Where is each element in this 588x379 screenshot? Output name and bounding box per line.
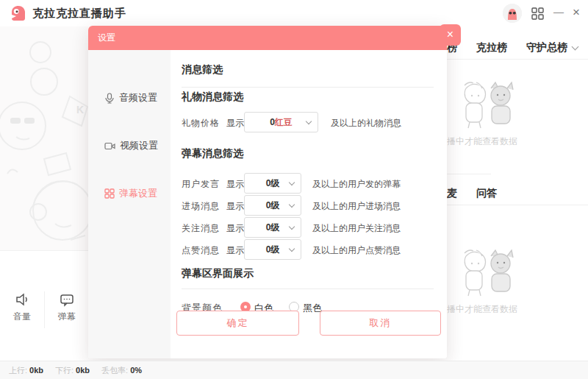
show-label: 显示 <box>226 222 244 235</box>
user-avatar[interactable] <box>503 4 522 23</box>
chevron-down-icon <box>289 246 295 252</box>
grid-icon <box>104 188 115 199</box>
dropdown-value-unit: 红豆 <box>275 116 293 129</box>
settings-nav: 音频设置 视频设置 弹幕设置 <box>88 50 171 358</box>
camera-icon <box>104 141 115 151</box>
ranking-tabs: 榜 克拉榜 守护总榜 <box>447 37 588 59</box>
section-gift-filter: 礼物消息筛选 <box>182 91 243 104</box>
chevron-down-icon <box>289 180 295 185</box>
microphone-icon <box>104 93 115 104</box>
danmaku-icon <box>59 291 75 308</box>
nav-label: 视频设置 <box>120 139 158 152</box>
row-suffix: 及以上的用户进场消息 <box>312 200 401 213</box>
user-chat-row: 用户发言 显示 0级 及以上的用户发的弹幕 <box>171 173 447 194</box>
nav-label: 弹幕设置 <box>119 187 157 200</box>
show-label: 显示 <box>226 117 244 130</box>
confirm-button[interactable]: 确定 <box>176 311 299 336</box>
dropdown-value: 0级 <box>266 222 280 234</box>
danmaku-button[interactable]: 弹幕 <box>44 291 88 328</box>
video-preview-placeholder: K <box>0 26 88 251</box>
window-close-button[interactable]: × <box>569 2 584 23</box>
section-danmaku-filter: 弹幕消息筛选 <box>182 147 243 160</box>
tab-mic-partial[interactable]: 麦 <box>447 187 457 200</box>
right-panel: 榜 克拉榜 守护总榜 播中 <box>447 26 588 361</box>
svg-text:K: K <box>76 104 84 116</box>
show-label: 显示 <box>226 200 244 213</box>
dropdown-value: 0级 <box>266 199 280 212</box>
nav-label: 音频设置 <box>119 91 157 105</box>
danmaku-label: 弹幕 <box>58 311 76 323</box>
empty-text: 播中才能查看数据 <box>447 303 588 316</box>
row-label: 进场消息 <box>182 200 220 213</box>
modal-title: 设置 <box>98 32 115 44</box>
app-logo-icon <box>9 4 26 22</box>
row-label: 关注消息 <box>182 222 220 235</box>
settings-content: 消息筛选 礼物消息筛选 礼物价格 显示 0红豆 及以上的礼物消息 弹幕消息筛选 … <box>171 50 447 358</box>
empty-state-bottom: 播中才能查看数据 <box>447 247 588 316</box>
interaction-tabs: 麦 问答 <box>447 183 588 205</box>
dropdown-value: 0级 <box>266 177 280 190</box>
upload-rate: 上行:0kb <box>9 365 43 376</box>
apps-grid-icon[interactable] <box>531 7 544 20</box>
cancel-button[interactable]: 取消 <box>320 311 441 336</box>
chevron-down-icon <box>572 43 579 50</box>
row-label: 用户发言 <box>182 178 220 191</box>
row-label: 礼物价格 <box>182 117 220 130</box>
divider <box>182 87 434 88</box>
row-suffix: 及以上的礼物消息 <box>331 117 401 130</box>
nav-item-audio[interactable]: 音频设置 <box>104 91 157 105</box>
enter-message-level-dropdown[interactable]: 0级 <box>244 195 301 216</box>
chevron-down-icon <box>306 118 312 124</box>
app-title: 克拉克拉直播助手 <box>32 7 126 21</box>
chevron-down-icon <box>289 202 295 208</box>
row-suffix: 及以上的用户发的弹幕 <box>312 178 401 191</box>
minimize-button[interactable]: — <box>551 2 566 23</box>
tab-guardian-rank[interactable]: 守护总榜 <box>526 41 578 54</box>
row-label: 点赞消息 <box>182 244 220 257</box>
dropdown-value: 0级 <box>266 244 280 256</box>
stream-toolbar: 音量 弹幕 <box>0 291 88 328</box>
section-message-filter: 消息筛选 <box>182 63 223 77</box>
dropdown-value-num: 0 <box>270 117 275 127</box>
titlebar: 克拉克拉直播助手 — × <box>0 0 588 26</box>
enter-message-row: 进场消息 显示 0级 及以上的用户进场消息 <box>171 195 447 216</box>
empty-text: 播中才能查看数据 <box>447 135 588 148</box>
divider <box>447 59 588 60</box>
packet-loss-rate: 丢包率:0% <box>101 365 142 376</box>
characters-illustration <box>457 247 516 299</box>
statusbar: 上行:0kb 下行:0kb 丢包率:0% <box>0 361 588 379</box>
tab-qa[interactable]: 问答 <box>476 187 497 200</box>
nav-item-danmaku[interactable]: 弹幕设置 <box>104 187 157 200</box>
gift-price-dropdown[interactable]: 0红豆 <box>244 112 318 132</box>
settings-modal: × 设置 音频设置 视频设置 弹幕设置 <box>88 26 447 358</box>
doodle-illustration: K <box>0 26 88 251</box>
characters-illustration <box>457 79 516 131</box>
row-suffix: 及以上的用户关注消息 <box>312 222 401 235</box>
row-suffix: 及以上的用户点赞消息 <box>312 244 401 257</box>
empty-state-top: 播中才能查看数据 <box>447 79 588 148</box>
like-message-level-dropdown[interactable]: 0级 <box>244 239 301 260</box>
user-chat-level-dropdown[interactable]: 0级 <box>244 173 301 194</box>
like-message-row: 点赞消息 显示 0级 及以上的用户点赞消息 <box>171 239 447 260</box>
chevron-down-icon <box>289 224 295 230</box>
gift-price-row: 礼物价格 显示 0红豆 及以上的礼物消息 <box>171 112 447 132</box>
divider <box>447 205 588 205</box>
show-label: 显示 <box>226 178 244 191</box>
divider <box>182 288 434 289</box>
download-rate: 下行:0kb <box>55 365 90 376</box>
volume-icon <box>14 291 30 308</box>
volume-button[interactable]: 音量 <box>0 291 44 328</box>
show-label: 显示 <box>226 244 244 257</box>
modal-header: 设置 <box>88 26 447 50</box>
tab-kela-rank[interactable]: 克拉榜 <box>476 41 507 54</box>
follow-message-row: 关注消息 显示 0级 及以上的用户关注消息 <box>171 217 447 238</box>
follow-message-level-dropdown[interactable]: 0级 <box>244 217 301 238</box>
section-ui-display: 弹幕区界面展示 <box>182 267 254 280</box>
nav-item-video[interactable]: 视频设置 <box>104 139 158 152</box>
divider <box>447 174 491 174</box>
volume-label: 音量 <box>13 311 31 323</box>
